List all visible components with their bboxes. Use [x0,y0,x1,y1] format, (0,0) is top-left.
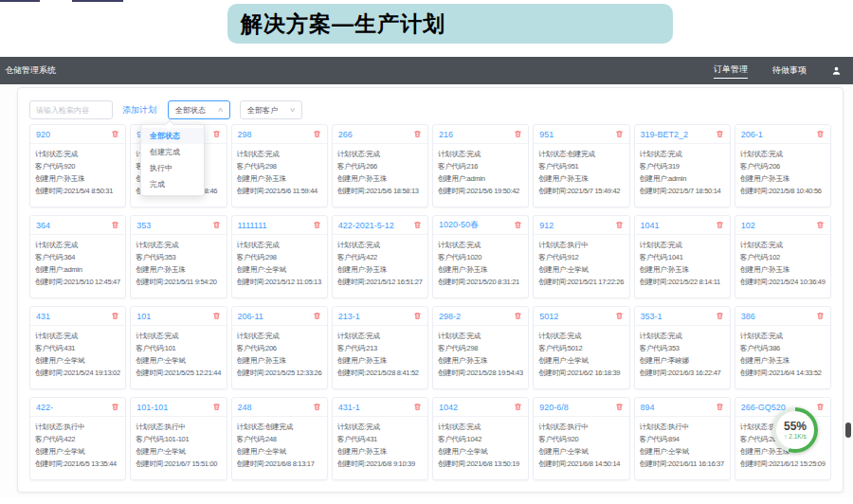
plan-title-link[interactable]: 1042 [439,403,458,412]
delete-icon[interactable] [816,312,825,320]
plan-title-link[interactable]: 912 [539,221,554,230]
plan-title-link[interactable]: 1111111 [238,221,267,230]
search-input[interactable] [29,100,113,119]
delete-icon[interactable] [716,403,724,411]
user-icon[interactable] [831,65,842,76]
delete-icon[interactable] [212,221,221,229]
plan-title-link[interactable]: 353 [136,221,151,230]
created-time-label: 创建时间: [740,369,770,377]
customer-select[interactable]: 全部客户 ∨ [240,100,302,119]
delete-icon[interactable] [716,312,724,320]
plan-status-value: 完成 [668,241,681,249]
plan-title-link[interactable]: 266-GQ520 [741,403,786,412]
plan-card: 213-1 计划状态:完成 客户代码:213 创建用户:孙玉珠 创建时间:202… [332,306,428,389]
status-option[interactable]: 全部状态 [141,128,204,144]
plan-title-link[interactable]: 1041 [641,221,660,230]
delete-icon[interactable] [716,130,724,138]
plan-card-header: 422- [30,398,125,417]
creator-value: 李峻娜 [668,356,689,365]
plan-card-body: 计划状态:执行中 客户代码:920 创建用户:仝学斌 创建时间:2021/6/8… [534,417,628,470]
slide-accent-line [0,0,40,2]
delete-icon[interactable] [816,403,825,411]
plan-title-link[interactable]: 364 [36,221,50,230]
plan-title-link[interactable]: 920-6/8 [539,403,569,412]
plan-title-link[interactable]: 422-2021-5-12 [338,221,394,230]
delete-icon[interactable] [313,221,321,229]
plan-title-link[interactable]: 951 [539,130,554,139]
delete-icon[interactable] [212,403,221,411]
delete-icon[interactable] [716,221,724,229]
creator-label: 创建用户: [136,356,165,365]
nav-todo-items[interactable]: 待做事项 [772,64,807,77]
plan-status-label: 计划状态: [438,150,467,158]
scrollbar-thumb[interactable] [845,423,851,438]
plan-title-link[interactable]: 1020-50春 [439,219,479,231]
delete-icon[interactable] [111,403,119,411]
plan-title-link[interactable]: 431 [36,312,50,321]
customer-code-label: 客户代码: [237,344,266,352]
plan-title-link[interactable]: 213-1 [338,312,360,321]
plan-title-link[interactable]: 101 [136,312,151,321]
status-select-value: 全部状态 [175,105,206,116]
delete-icon[interactable] [514,312,522,320]
delete-icon[interactable] [514,130,522,138]
creator-label: 创建用户: [740,356,770,365]
delete-icon[interactable] [212,130,221,138]
plan-card: 353 计划状态:完成 客户代码:353 创建用户:孙玉珠 创建时间:2021/… [130,215,227,298]
plan-title-link[interactable]: 920 [36,130,50,139]
delete-icon[interactable] [111,221,119,229]
plan-title-link[interactable]: 422- [36,403,53,412]
plan-title-link[interactable]: 431-1 [338,403,360,412]
status-option[interactable]: 完成 [141,176,204,192]
created-time-value: 2021/5/24 10:36:49 [769,278,825,286]
plan-title-link[interactable]: 216 [439,130,453,139]
plan-title-link[interactable]: 206-1 [741,130,763,139]
plan-title-link[interactable]: 101-101 [136,403,168,412]
delete-icon[interactable] [816,130,825,138]
delete-icon[interactable] [615,403,624,411]
delete-icon[interactable] [816,221,825,229]
plan-title-link[interactable]: 894 [641,403,655,412]
created-time-value: 2021/6/11 16:16:37 [668,459,724,468]
plan-title-link[interactable]: 298-2 [439,312,461,321]
plan-status-label: 计划状态: [337,423,367,431]
plan-title-link[interactable]: 298 [238,130,252,139]
created-time-label: 创建时间: [337,187,367,195]
delete-icon[interactable] [413,403,422,411]
delete-icon[interactable] [313,312,321,320]
plan-title-link[interactable]: 248 [238,403,252,412]
creator-value: 仝学斌 [265,447,286,456]
customer-code-value: 266 [366,162,377,171]
status-option[interactable]: 执行中 [141,160,204,176]
delete-icon[interactable] [615,130,624,138]
plan-title-link[interactable]: 319-BET2_2 [641,130,689,139]
delete-icon[interactable] [615,221,624,229]
delete-icon[interactable] [514,403,522,411]
plan-title-link[interactable]: 386 [741,312,755,321]
plan-status-value: 完成 [265,332,279,340]
plan-title-link[interactable]: 206-11 [238,312,263,321]
delete-icon[interactable] [413,312,422,320]
delete-icon[interactable] [212,312,221,320]
created-time-label: 创建时间: [136,459,165,468]
plan-title-link[interactable]: 5012 [539,312,558,321]
plan-title-link[interactable]: 102 [741,221,755,230]
plan-title-link[interactable]: 266 [338,130,353,139]
status-option[interactable]: 创建完成 [141,144,204,160]
delete-icon[interactable] [514,221,522,229]
plan-title-link[interactable]: 353-1 [641,312,662,321]
delete-icon[interactable] [413,221,422,229]
delete-icon[interactable] [111,130,119,138]
status-select[interactable]: 全部状态 ∧ [168,100,230,119]
add-plan-button[interactable]: 添加计划 [122,104,156,117]
delete-icon[interactable] [313,403,321,411]
delete-icon[interactable] [615,312,624,320]
plan-status-label: 计划状态: [337,150,367,158]
nav-order-management[interactable]: 订单管理 [714,63,748,79]
creator-value: 孙玉珠 [366,265,387,274]
delete-icon[interactable] [413,130,422,138]
plan-status-label: 计划状态: [640,332,669,340]
delete-icon[interactable] [111,312,119,320]
creator-label: 创建用户: [337,356,367,365]
delete-icon[interactable] [313,130,321,138]
